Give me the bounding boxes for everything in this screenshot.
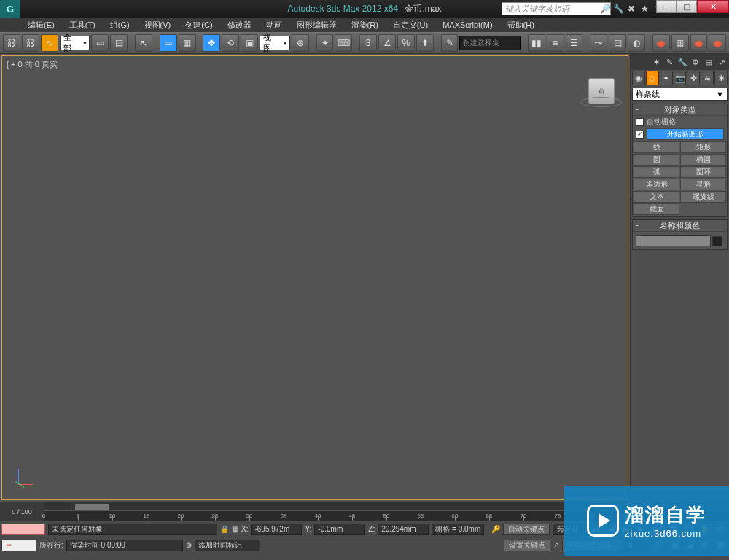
create-spacewarps-tab[interactable]: ≋	[701, 71, 714, 85]
object-type-header[interactable]: 对象类型	[633, 104, 727, 116]
brush-icon[interactable]: ✎	[663, 56, 675, 68]
search-input[interactable]: 键入关键字或短语	[502, 2, 611, 15]
add-time-tag[interactable]: 添加时间标记	[195, 540, 260, 551]
selection-filter-dropdown[interactable]: 全部	[60, 36, 90, 50]
key-icon[interactable]: 🔧	[612, 3, 624, 15]
x-coord-input[interactable]: -695.972m	[251, 524, 302, 535]
menu-modifiers[interactable]: 修改器	[220, 18, 259, 32]
menu-rendering[interactable]: 渲染(R)	[344, 18, 386, 32]
line-button[interactable]: 线	[634, 141, 679, 153]
arc-button[interactable]: 弧	[634, 166, 679, 178]
time-slider[interactable]	[74, 503, 109, 510]
helix-button[interactable]: 螺旋线	[680, 191, 726, 203]
rendered-frame-icon[interactable]: ▦	[671, 34, 689, 52]
utilities-icon[interactable]: ↗	[716, 56, 728, 68]
macro-rec-button[interactable]: ━	[1, 540, 36, 551]
create-shapes-tab[interactable]: ⬯	[646, 71, 659, 85]
menu-tools[interactable]: 工具(T)	[62, 18, 103, 32]
menu-maxscript[interactable]: MAXScript(M)	[435, 19, 499, 31]
section-button[interactable]: 截面	[634, 203, 679, 215]
isolate-icon[interactable]: ▦	[232, 525, 238, 533]
name-color-header[interactable]: 名称和颜色	[633, 220, 727, 232]
menu-help[interactable]: 帮助(H)	[500, 18, 542, 32]
object-color-swatch[interactable]	[712, 236, 722, 246]
menu-graph-editors[interactable]: 图形编辑器	[289, 18, 344, 32]
start-new-shape-checkbox[interactable]: ✓	[636, 131, 644, 139]
rotate-icon[interactable]: ⟲	[222, 34, 239, 52]
pivot-icon[interactable]: ⊕	[292, 34, 309, 52]
menu-edit[interactable]: 编辑(E)	[20, 18, 62, 32]
keyboard-shortcut-icon[interactable]: ⌨	[335, 34, 352, 52]
create-geometry-tab[interactable]: ◉	[632, 71, 645, 85]
star-button[interactable]: 星形	[680, 179, 726, 190]
menu-create[interactable]: 创建(C)	[178, 18, 219, 32]
star-icon[interactable]: ★	[639, 3, 650, 15]
viewcube-ring[interactable]	[581, 97, 622, 107]
percent-snap-icon[interactable]: %	[397, 34, 415, 52]
render-prod-icon[interactable]: 🫖	[709, 34, 726, 52]
cursor-icon[interactable]: ↖	[135, 34, 152, 52]
create-lights-tab[interactable]: ✦	[660, 71, 673, 85]
angle-snap-icon[interactable]: ∠	[378, 34, 396, 52]
spinner-snap-icon[interactable]: ⬍	[416, 34, 434, 52]
ngon-button[interactable]: 多边形	[634, 179, 679, 190]
mirror-icon[interactable]: ▮▮	[528, 34, 545, 52]
schematic-icon[interactable]: ▤	[609, 34, 626, 52]
circle-button[interactable]: 圆	[634, 154, 679, 166]
track-bar-swatch[interactable]	[1, 524, 45, 535]
menu-customize[interactable]: 自定义(U)	[386, 18, 435, 32]
z-coord-input[interactable]: 20.294mm	[378, 524, 429, 535]
create-helpers-tab[interactable]: ✥	[687, 71, 700, 85]
select-by-name-icon[interactable]: ▤	[110, 34, 128, 52]
shape-category-dropdown[interactable]: 样条线▼	[632, 88, 728, 101]
key-icon2[interactable]: 🔑	[491, 525, 500, 533]
front-viewport[interactable]: [ + 0 前 0 真实 前	[1, 55, 628, 500]
bind-space-warp-icon[interactable]: ∿	[41, 34, 58, 52]
create-cameras-tab[interactable]: 📷	[674, 71, 687, 85]
material-editor-icon[interactable]: ◐	[628, 34, 645, 52]
move-icon[interactable]: ✥	[203, 34, 220, 52]
autokey-button[interactable]: 自动关键点	[503, 524, 550, 535]
create-systems-tab[interactable]: ✱	[714, 71, 728, 85]
render-setup-icon[interactable]: 🫖	[652, 34, 670, 52]
close-button[interactable]: ✕	[697, 0, 729, 13]
lock-icon[interactable]: 🔒	[220, 525, 229, 533]
menu-animation[interactable]: 动画	[259, 18, 289, 32]
undo-link-icon[interactable]: ⛓	[3, 34, 20, 52]
ref-coord-dropdown[interactable]: 视图	[260, 36, 290, 50]
hammer-icon[interactable]: 🔧	[677, 56, 688, 68]
align-icon[interactable]: ≡	[547, 34, 564, 52]
scale-icon[interactable]: ▣	[241, 34, 258, 52]
ellipse-button[interactable]: 椭圆	[680, 154, 726, 166]
select-object-icon[interactable]: ▭	[91, 34, 109, 52]
select-rect-icon[interactable]: ▭	[160, 34, 177, 52]
manip-icon[interactable]: ✦	[316, 34, 334, 52]
window-crossing-icon[interactable]: ▦	[179, 34, 196, 52]
named-selection-dropdown[interactable]: 创建选择集	[459, 36, 520, 50]
curve-editor-icon[interactable]: 〜	[590, 34, 607, 52]
gear-icon[interactable]: ⚙	[690, 56, 701, 68]
app-icon[interactable]: G	[0, 0, 20, 18]
key-mode-icon[interactable]: ↗	[553, 541, 559, 549]
minimize-button[interactable]: ─	[656, 0, 677, 13]
donut-button[interactable]: 圆环	[680, 166, 726, 178]
display-icon[interactable]: ▤	[703, 56, 714, 68]
menu-view[interactable]: 视图(V)	[137, 18, 179, 32]
maximize-button[interactable]: ▢	[677, 0, 697, 13]
render-icon[interactable]: 🫖	[690, 34, 708, 52]
exchange-icon[interactable]: ✖	[625, 3, 637, 15]
menu-group[interactable]: 组(G)	[103, 18, 137, 32]
object-name-input[interactable]	[636, 235, 711, 246]
set-key-button[interactable]: 设置关键点	[504, 540, 550, 551]
time-tag-icon[interactable]: ⊕	[186, 541, 192, 549]
viewport-label[interactable]: [ + 0 前 0 真实	[7, 59, 58, 70]
text-button[interactable]: 文本	[634, 191, 679, 203]
y-coord-input[interactable]: -0.0mm	[314, 524, 365, 535]
layers-icon[interactable]: ☰	[566, 34, 583, 52]
infocenter-search-icon[interactable]: 🔎	[599, 3, 611, 15]
unlink-icon[interactable]: ⛓	[22, 34, 39, 52]
rectangle-button[interactable]: 矩形	[680, 141, 726, 153]
light-icon[interactable]: ✷	[650, 56, 662, 68]
start-new-shape-button[interactable]: 开始新图形	[647, 128, 724, 140]
snap-toggle-icon[interactable]: 3	[359, 34, 377, 52]
